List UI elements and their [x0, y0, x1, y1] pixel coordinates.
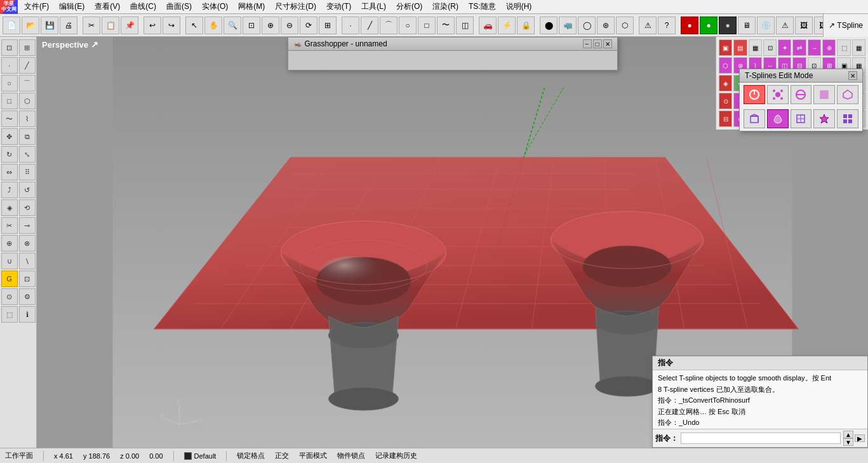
cmd-next-btn[interactable]: ▶	[855, 434, 865, 442]
tool-polygon[interactable]: ⬡	[19, 93, 36, 109]
tool-gumball[interactable]: G	[1, 271, 18, 287]
rp-btn-3-1[interactable]: ◈	[719, 75, 732, 91]
tb-rhino[interactable]: 🦏	[559, 17, 577, 34]
tool-copy2[interactable]: ⧉	[19, 128, 36, 145]
tb-sphere[interactable]: ⬤	[540, 17, 558, 34]
tb-lightning[interactable]: ⚡	[498, 17, 516, 34]
tool-extrude[interactable]: ⤴	[1, 182, 18, 198]
gh-restore-btn[interactable]: □	[593, 39, 602, 48]
tb-line[interactable]: ╱	[361, 17, 378, 34]
menu-view[interactable]: 查看(V)	[92, 0, 123, 13]
ts-face-btn[interactable]	[813, 85, 835, 104]
tool-properties[interactable]: ℹ	[19, 306, 36, 323]
tool-select-all[interactable]: ⊡	[1, 39, 18, 56]
tb-new[interactable]: 📄	[3, 17, 20, 34]
tool-rect2[interactable]: □	[1, 93, 18, 109]
tool-curve[interactable]: 〜	[1, 111, 18, 127]
ts-smooth-btn[interactable]	[767, 109, 789, 128]
ts-star-btn[interactable]	[813, 109, 835, 128]
tb-save[interactable]: 💾	[41, 17, 58, 34]
tb-zoom-out[interactable]: ⊖	[281, 17, 298, 34]
menu-tools[interactable]: 工具(L)	[359, 0, 389, 13]
rp-btn-1-10[interactable]: ▦	[852, 39, 865, 56]
tb-select[interactable]: ↖	[185, 17, 203, 34]
tb-rotate[interactable]: ⟳	[300, 17, 317, 34]
rp-btn-2-1[interactable]: ⬡	[719, 57, 732, 74]
tool-rotate2[interactable]: ↻	[1, 146, 18, 163]
ts-extra-btn[interactable]	[837, 109, 858, 128]
status-osnap[interactable]: 物件锁点	[337, 451, 365, 460]
status-history[interactable]: 记录建构历史	[375, 451, 417, 460]
tool-loft[interactable]: ◈	[1, 199, 18, 216]
tool-arc2[interactable]: ⌒	[19, 75, 36, 91]
tool-array[interactable]: ⠿	[19, 164, 36, 180]
tool-point[interactable]: ·	[1, 57, 18, 74]
tb-point[interactable]: ·	[342, 17, 359, 34]
tb-circle2[interactable]: ◯	[578, 17, 596, 34]
tb-dark-circle[interactable]: ●	[719, 17, 737, 34]
rp-btn-1-4[interactable]: ⊡	[763, 39, 777, 56]
rp-btn-1-1[interactable]: ▣	[719, 39, 732, 56]
tool-boolean-diff[interactable]: ∖	[19, 253, 36, 269]
tool-split[interactable]: ⊸	[19, 217, 36, 234]
menu-solid[interactable]: 实体(O)	[199, 0, 230, 13]
tool-freeform[interactable]: ⌇	[19, 111, 36, 127]
tb-warn[interactable]: ⚠	[639, 17, 657, 34]
rp-btn-1-3[interactable]: ▦	[749, 39, 762, 56]
tb-circle[interactable]: ○	[399, 17, 417, 34]
tool-trim[interactable]: ✂	[1, 217, 18, 234]
tool-boolean-union[interactable]: ∪	[1, 253, 18, 269]
tb-car[interactable]: 🚗	[479, 17, 497, 34]
menu-file[interactable]: 文件(F)	[22, 0, 51, 13]
tool-explode[interactable]: ⊗	[19, 235, 36, 252]
tb-disk[interactable]: 💿	[757, 17, 775, 34]
tb-help[interactable]: ?	[658, 17, 676, 34]
tool-revolve[interactable]: ↺	[19, 182, 36, 198]
cmd-arrow-down[interactable]: ▼	[843, 438, 853, 446]
menu-mesh[interactable]: 网格(M)	[236, 0, 267, 13]
tb-redo[interactable]: ↪	[163, 17, 180, 34]
rp-btn-4-1[interactable]: ⊙	[719, 93, 732, 109]
tool-layer[interactable]: ⬚	[1, 306, 18, 323]
tb-paste[interactable]: 📌	[121, 17, 138, 34]
tb-zoom-extent[interactable]: ⊡	[243, 17, 260, 34]
tool-circle2[interactable]: ○	[1, 75, 18, 91]
ts-object-btn[interactable]	[837, 85, 858, 104]
menu-analyze[interactable]: 分析(O)	[394, 0, 425, 13]
cmd-arrow-up[interactable]: ▲	[843, 431, 853, 438]
tb-cut[interactable]: ✂	[83, 17, 100, 34]
rp-btn-1-6[interactable]: ⇄	[792, 39, 806, 56]
menu-render[interactable]: 渲染(R)	[430, 0, 461, 13]
status-color[interactable]: Default	[184, 452, 217, 460]
tb-torus[interactable]: ⊛	[597, 17, 615, 34]
tb-lock[interactable]: 🔒	[517, 17, 535, 34]
tb-print[interactable]: 🖨	[60, 17, 77, 34]
tool-line2[interactable]: ╱	[19, 57, 36, 74]
menu-dim[interactable]: 尺寸标注(D)	[272, 0, 319, 13]
tb-green-circle[interactable]: ●	[700, 17, 718, 34]
tb-zoom-window[interactable]: 🔍	[224, 17, 241, 34]
menu-help[interactable]: 说明(H)	[504, 0, 535, 13]
rp-btn-1-2[interactable]: ▤	[733, 39, 747, 56]
tb-warning2[interactable]: ⚠	[776, 17, 794, 34]
viewport[interactable]: Perspective ↗	[37, 37, 868, 448]
status-ortho[interactable]: 正交	[275, 451, 289, 460]
grasshopper-panel[interactable]: 🦗 Grasshopper - unnamed − □ ✕	[288, 37, 618, 70]
gh-close-btn[interactable]: ✕	[603, 39, 612, 48]
menu-ts[interactable]: TS:随意	[466, 0, 498, 13]
tb-surface[interactable]: ◫	[456, 17, 474, 34]
cmd-input-field[interactable]	[681, 433, 841, 444]
tool-mirror[interactable]: ⇔	[1, 164, 18, 180]
ts-box-btn[interactable]	[744, 109, 765, 128]
tb-arc[interactable]: ⌒	[380, 17, 397, 34]
tool-join[interactable]: ⊕	[1, 235, 18, 252]
rp-btn-1-9[interactable]: ⬚	[837, 39, 850, 56]
tb-img1[interactable]: 🖼	[795, 17, 813, 34]
tb-undo[interactable]: ↩	[144, 17, 161, 34]
tool-osnap[interactable]: ⊙	[1, 288, 18, 305]
gh-minimize-btn[interactable]: −	[583, 39, 592, 48]
grasshopper-title-bar[interactable]: 🦗 Grasshopper - unnamed − □ ✕	[288, 37, 617, 51]
tool-sweep[interactable]: ⟲	[19, 199, 36, 216]
menu-surface[interactable]: 曲面(S)	[164, 0, 194, 13]
tb-open[interactable]: 📂	[22, 17, 39, 34]
